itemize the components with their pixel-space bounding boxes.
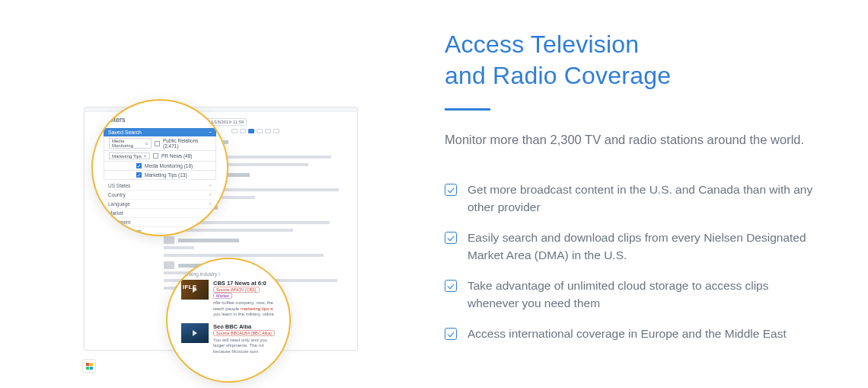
video-thumbnail[interactable] <box>181 323 209 343</box>
feature-item: Get more broadcast content in the U.S. a… <box>445 181 822 216</box>
play-icon <box>193 287 197 293</box>
filter-option[interactable]: Marketing Tips (13) <box>145 172 187 178</box>
source-tag: Source BBCALBA (BBC Alba) <box>213 330 275 336</box>
checkbox[interactable] <box>155 141 160 146</box>
product-illustration: From: 11/11/2019 12:00 AM To: 11/18/2019… <box>0 0 411 388</box>
result-item[interactable]: Seo BBC Alba Source BBCALBA (BBC Alba) Y… <box>181 323 279 355</box>
results-zoom-circle: growing industry i CBS 17 News at 6:0 So… <box>166 258 291 383</box>
filter-option[interactable]: Media Monitoring (18) <box>145 163 193 168</box>
source-tag: Source WNCN (CBS) <box>213 287 260 293</box>
filter-group[interactable]: Country+ <box>104 191 216 200</box>
play-icon <box>193 330 197 336</box>
feature-list: Get more broadcast content in the U.S. a… <box>445 181 822 342</box>
saved-search-header[interactable]: Saved Search− <box>104 128 216 136</box>
check-icon <box>445 328 457 340</box>
filters-heading: Filters <box>104 116 216 123</box>
filters-zoom-circle: Filters Saved Search− Media Monitoring✕ … <box>91 99 228 236</box>
check-icon <box>445 184 457 196</box>
filter-group[interactable]: Market+ <box>104 209 216 218</box>
filter-badge-media-monitoring[interactable]: Media Monitoring✕ <box>109 138 152 149</box>
filter-group[interactable]: US States+ <box>104 181 216 191</box>
snippet-tail: growing industry i <box>181 271 279 277</box>
page-title: Access Television and Radio Coverage <box>445 29 822 91</box>
filter-group[interactable]: Language+ <box>104 200 216 209</box>
filter-option[interactable]: PR News (48) <box>161 153 192 159</box>
filter-option[interactable]: Public Relations (2,471) <box>163 138 211 149</box>
close-icon[interactable]: ✕ <box>145 141 148 146</box>
checkbox-checked[interactable] <box>136 172 142 178</box>
check-icon <box>445 280 457 292</box>
checkbox-checked[interactable] <box>136 163 142 168</box>
market-tag: Market <box>213 293 232 299</box>
lead-paragraph: Monitor more than 2,300 TV and radio sta… <box>445 130 822 150</box>
result-snippet: rifle coffee company. now, the teach peo… <box>213 300 279 318</box>
check-icon <box>445 232 457 244</box>
heading-underline <box>445 108 490 111</box>
video-thumbnail[interactable] <box>181 280 209 300</box>
feature-item: Take advantage of unlimited cloud storag… <box>445 277 822 312</box>
help-widget-icon[interactable] <box>82 359 96 373</box>
result-title[interactable]: Seo BBC Alba <box>213 323 279 330</box>
result-item[interactable]: CBS 17 News at 6:0 Source WNCN (CBS) Mar… <box>181 280 279 318</box>
checkbox[interactable] <box>153 153 158 159</box>
close-icon[interactable]: ✕ <box>143 153 147 159</box>
result-title[interactable]: CBS 17 News at 6:0 <box>213 280 279 287</box>
feature-item: Access international coverage in Europe … <box>445 325 822 342</box>
feature-item: Easily search and download clips from ev… <box>445 229 822 264</box>
result-snippet: You will need only and you larger shipme… <box>213 338 279 355</box>
filter-badge-marketing-tips[interactable]: Marketing Tips✕ <box>109 152 150 159</box>
